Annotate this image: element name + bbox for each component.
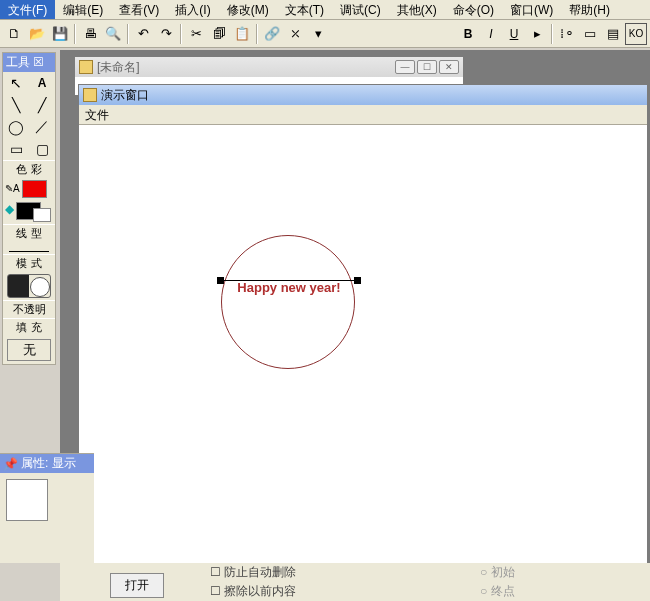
demo-menu-file[interactable]: 文件: [85, 108, 109, 122]
roundrect-tool-icon[interactable]: ▢: [29, 138, 55, 160]
bg-color-swatch2[interactable]: [33, 208, 51, 222]
opacity-label: 不透明: [3, 300, 55, 318]
line2-tool-icon[interactable]: ╱: [29, 94, 55, 116]
menu-edit[interactable]: 编辑(E): [55, 0, 111, 19]
settings-icon[interactable]: ⁞⚬: [556, 23, 578, 45]
menu-modify[interactable]: 修改(M): [219, 0, 277, 19]
open-file-icon[interactable]: 📂: [26, 23, 48, 45]
box1-icon[interactable]: ▭: [579, 23, 601, 45]
pin-icon[interactable]: 📌: [3, 457, 18, 471]
cut-icon[interactable]: ✂: [185, 23, 207, 45]
drawing-canvas[interactable]: Happy new year!: [79, 125, 647, 583]
check-erase-before[interactable]: ☐ 擦除以前内容: [210, 582, 296, 601]
maximize-button[interactable]: ☐: [417, 60, 437, 74]
ko-icon[interactable]: KO: [625, 23, 647, 45]
canvas-text[interactable]: Happy new year!: [219, 277, 359, 297]
properties-panel: 📌 属性: 显示: [0, 453, 94, 563]
bottom-controls: 打开 ☐ 防止自动删除 ☐ 擦除以前内容 ☐ 直接写屏 ○ 初始 ○ 终点: [60, 563, 650, 601]
box2-icon[interactable]: ▤: [602, 23, 624, 45]
menu-text[interactable]: 文本(T): [277, 0, 332, 19]
underline-icon[interactable]: U: [503, 23, 525, 45]
menu-window[interactable]: 窗口(W): [502, 0, 561, 19]
text-tool-icon[interactable]: A: [29, 72, 55, 94]
menu-help[interactable]: 帮助(H): [561, 0, 618, 19]
menu-cmd[interactable]: 命令(O): [445, 0, 502, 19]
rect-tool-icon[interactable]: ▭: [3, 138, 29, 160]
mode-section-label: 模 式: [3, 254, 55, 272]
properties-title: 属性: 显示: [21, 455, 76, 472]
doc-window-title: [未命名]: [97, 59, 140, 76]
line-section-label: 线 型: [3, 224, 55, 242]
demo-window[interactable]: 演示窗口 文件 Happy new year!: [78, 84, 648, 584]
radio-end[interactable]: ○ 终点: [480, 582, 515, 601]
opacity-mode-icon[interactable]: [7, 274, 51, 298]
ellipse-tool-icon[interactable]: ◯: [3, 116, 29, 138]
open-button[interactable]: 打开: [110, 573, 164, 598]
main-toolbar: 🗋 📂 💾 🖶 🔍 ↶ ↷ ✂ 🗐 📋 🔗 ⤫ ▾ B I U ▸ ⁞⚬ ▭ ▤…: [0, 20, 650, 48]
menu-insert[interactable]: 插入(I): [167, 0, 218, 19]
redo-icon[interactable]: ↷: [155, 23, 177, 45]
diag-tool-icon[interactable]: ／: [29, 116, 55, 138]
palette-title-text: 工具 ☒: [6, 54, 44, 71]
italic-icon[interactable]: I: [480, 23, 502, 45]
preview-thumbnail: [6, 479, 48, 521]
copy-icon[interactable]: 🗐: [208, 23, 230, 45]
line-style-sample[interactable]: [9, 244, 49, 252]
paste-icon[interactable]: 📋: [231, 23, 253, 45]
undo-icon[interactable]: ↶: [132, 23, 154, 45]
close-button[interactable]: ✕: [439, 60, 459, 74]
drawn-circle[interactable]: [221, 235, 355, 369]
menu-other[interactable]: 其他(X): [389, 0, 445, 19]
dropdown-icon[interactable]: ▾: [307, 23, 329, 45]
print-icon[interactable]: 🖶: [79, 23, 101, 45]
fill-section-label: 填 充: [3, 318, 55, 336]
tool-palette: 工具 ☒ ↖ A ╲ ╱ ◯ ／ ▭ ▢ 色 彩 ✎A ◆ 线 型 模 式 不透…: [2, 52, 56, 365]
unlink-icon[interactable]: ⤫: [284, 23, 306, 45]
check-prevent-autodelete[interactable]: ☐ 防止自动删除: [210, 563, 296, 582]
doc-window-icon: [79, 60, 93, 74]
minimize-button[interactable]: —: [395, 60, 415, 74]
line-tool-icon[interactable]: ╲: [3, 94, 29, 116]
demo-window-title: 演示窗口: [101, 87, 149, 104]
print-preview-icon[interactable]: 🔍: [102, 23, 124, 45]
radio-start[interactable]: ○ 初始: [480, 563, 515, 582]
bold-icon[interactable]: B: [457, 23, 479, 45]
menu-view[interactable]: 查看(V): [111, 0, 167, 19]
save-icon[interactable]: 💾: [49, 23, 71, 45]
mdi-client-area: [未命名] — ☐ ✕ 演示窗口 文件 Happy new year!: [60, 50, 650, 601]
link-icon[interactable]: 🔗: [261, 23, 283, 45]
fill-none-button[interactable]: 无: [7, 339, 51, 361]
main-menu-bar: 文件(F) 编辑(E) 查看(V) 插入(I) 修改(M) 文本(T) 调试(C…: [0, 0, 650, 20]
menu-debug[interactable]: 调试(C): [332, 0, 389, 19]
pointer-tool-icon[interactable]: ↖: [3, 72, 29, 94]
pen-a-icon: ✎A: [5, 180, 20, 198]
palette-titlebar: 工具 ☒: [3, 53, 55, 72]
fg-color-swatch[interactable]: [22, 180, 47, 198]
play-icon[interactable]: ▸: [526, 23, 548, 45]
color-section-label: 色 彩: [3, 160, 55, 178]
new-file-icon[interactable]: 🗋: [3, 23, 25, 45]
demo-window-icon: [83, 88, 97, 102]
demo-menubar: 文件: [79, 105, 647, 125]
menu-file[interactable]: 文件(F): [0, 0, 55, 19]
